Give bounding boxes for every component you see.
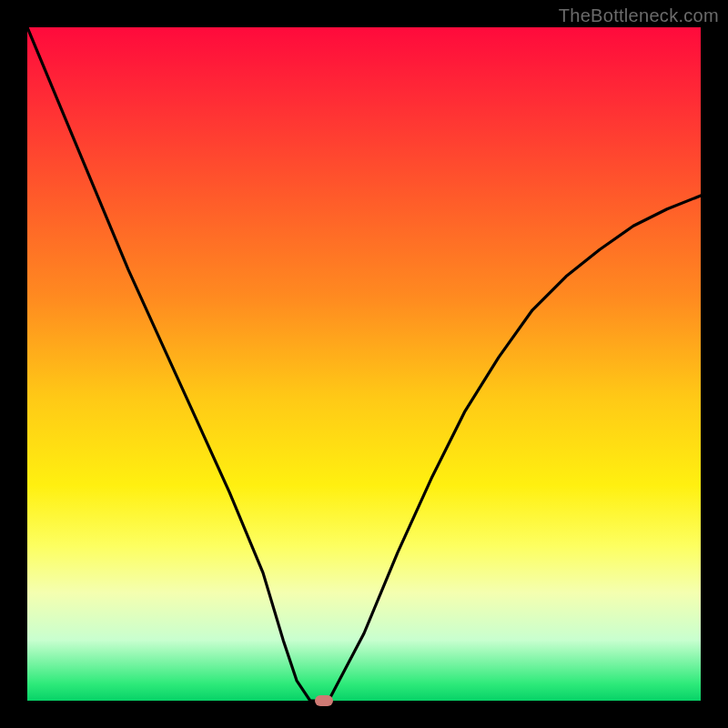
watermark-text: TheBottleneck.com (559, 5, 719, 26)
chart-frame: TheBottleneck.com (0, 0, 728, 728)
optimal-marker (315, 695, 333, 706)
bottleneck-curve (27, 27, 701, 701)
plot-area (27, 27, 701, 701)
